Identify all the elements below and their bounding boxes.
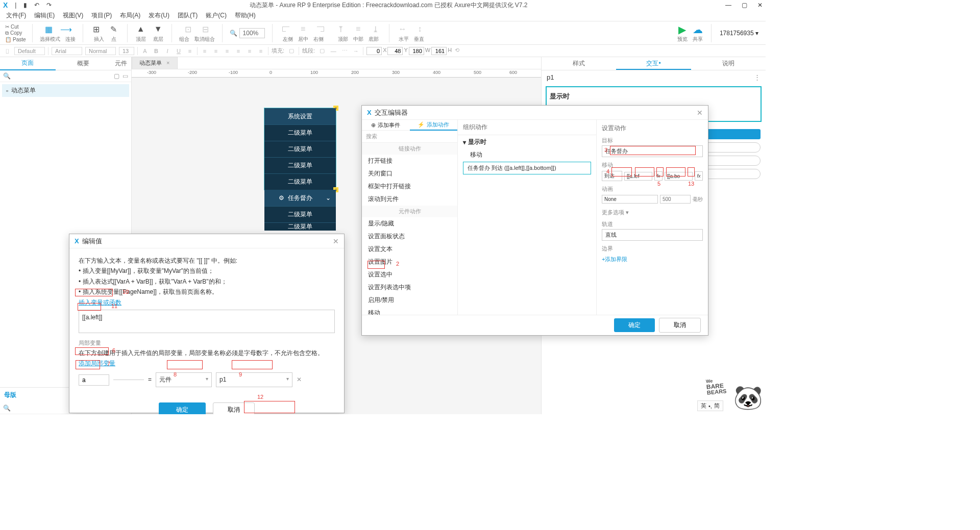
line-swatch[interactable]: ▢ <box>318 47 326 54</box>
tab-libraries[interactable]: 元件 <box>111 57 131 70</box>
paste-button[interactable]: 📋 Paste <box>5 37 26 42</box>
menu-header-1[interactable]: 系统设置 <box>264 108 336 124</box>
menu-publish[interactable]: 发布(U) <box>145 10 173 21</box>
al3-icon[interactable]: ≡ <box>223 48 231 54</box>
add-boundary-link[interactable]: +添加界限 <box>602 256 703 263</box>
line-w-icon[interactable]: — <box>329 48 337 54</box>
redo-icon[interactable]: ↷ <box>46 2 52 9</box>
anim-dropdown[interactable]: None <box>602 195 658 204</box>
zoom-input[interactable]: 100% <box>239 28 265 38</box>
menu-sub[interactable]: 二级菜单 <box>264 141 336 157</box>
menu-view[interactable]: 视图(V) <box>60 10 86 21</box>
tab-close-icon[interactable]: × <box>166 60 169 66</box>
local-var-type-dropdown[interactable]: 元件 <box>156 372 212 387</box>
minimize-icon[interactable]: — <box>725 2 731 9</box>
tree-item-root[interactable]: ▫ 动态菜单 <box>2 84 129 97</box>
insert-var-link[interactable]: 插入变量或函数 <box>79 297 121 308</box>
al1-icon[interactable]: ≡ <box>201 48 209 54</box>
underline-icon[interactable]: U <box>175 48 183 54</box>
page-search-icon[interactable]: 🔍 <box>3 72 11 80</box>
remove-var-icon[interactable]: ✕ <box>297 374 302 385</box>
bullet-icon[interactable]: ≡ <box>186 48 194 54</box>
connect-mode-icon[interactable]: ⟶ <box>60 23 72 35</box>
ev-close-icon[interactable]: ✕ <box>333 237 339 245</box>
save-icon[interactable]: ▮ <box>23 2 27 9</box>
menu-sub[interactable]: 二级菜单 <box>264 206 336 222</box>
ime-mode[interactable]: 英 <box>701 402 706 410</box>
ie-close-icon[interactable]: ✕ <box>697 109 703 117</box>
color-icon[interactable]: A <box>141 48 149 54</box>
cut-button[interactable]: ✂ Cut <box>5 24 26 30</box>
align-left-icon[interactable]: ⫍ <box>280 23 292 35</box>
font-dropdown[interactable]: Arial <box>52 47 82 55</box>
userid-label[interactable]: 1781756935 ▾ <box>720 30 758 37</box>
action-scroll-to[interactable]: 滚动到元件 <box>362 193 457 206</box>
style-dropdown[interactable]: Default <box>14 47 45 55</box>
track-dropdown[interactable]: 直线 <box>602 229 703 241</box>
weight-dropdown[interactable]: Normal <box>85 47 116 55</box>
widget-name[interactable]: p1 <box>547 73 554 81</box>
move-y-input[interactable]: [[a.bo <box>665 172 693 181</box>
canvas-tab[interactable]: 动态菜单 × <box>132 57 178 69</box>
ie-search-input[interactable]: 搜索 <box>362 131 457 143</box>
dist-h-icon[interactable]: ↔ <box>397 23 409 35</box>
format-paint-icon[interactable]: ⌷ <box>3 48 11 54</box>
dist-v-icon[interactable]: ↕ <box>414 23 426 35</box>
action-enable[interactable]: 启用/禁用 <box>362 294 457 307</box>
menu-header-2[interactable]: ⚙ 任务督办 ⌄ <box>264 190 336 206</box>
menu-arrange[interactable]: 布局(A) <box>117 10 143 21</box>
add-page-icon[interactable]: ▢ <box>114 72 119 80</box>
menu-sub[interactable]: 二级菜单 <box>264 157 336 173</box>
top-layer-icon[interactable]: ▲ <box>135 23 147 35</box>
tab-interactions[interactable]: 交互• <box>616 57 691 70</box>
undo-icon[interactable]: ↶ <box>34 2 39 9</box>
al4-icon[interactable]: ≡ <box>234 48 242 54</box>
menu-widget-1[interactable]: ≡ 系统设置 二级菜单 二级菜单 二级菜单 二级菜单 <box>264 108 336 190</box>
menu-sub[interactable]: 二级菜单 <box>264 173 336 190</box>
fill-swatch[interactable]: ▢ <box>287 47 296 54</box>
y-input[interactable] <box>387 47 403 55</box>
al6-icon[interactable]: ≡ <box>257 48 265 54</box>
al2-icon[interactable]: ≡ <box>212 48 220 54</box>
menu-file[interactable]: 文件(F) <box>3 10 29 21</box>
tab-add-action[interactable]: ⚡添加动作 <box>410 120 458 131</box>
ie-cancel-button[interactable]: 取消 <box>659 318 701 333</box>
move-type-dropdown[interactable]: 到达 <box>602 171 622 181</box>
tab-notes[interactable]: 说明 <box>691 57 766 70</box>
preview-icon[interactable]: ▶ <box>678 23 686 36</box>
align-center-icon[interactable]: ≡ <box>297 23 309 35</box>
fx-x-button[interactable]: fx <box>654 171 663 181</box>
action-set-selected[interactable]: 设置选中 <box>362 268 457 281</box>
ev-cancel-button[interactable]: 取消 <box>213 402 255 414</box>
menu-help[interactable]: 帮助(H) <box>232 10 259 21</box>
add-local-var-link[interactable]: 添加局部变量 <box>79 358 115 368</box>
align-bottom-icon[interactable]: ⤓ <box>370 23 382 35</box>
ie-case-row[interactable]: 移动 <box>458 149 596 161</box>
more-icon[interactable]: ⋮ <box>754 73 761 81</box>
fx-y-button[interactable]: fx <box>695 171 703 181</box>
insert-icon[interactable]: ⊞ <box>90 23 103 35</box>
move-x-input[interactable]: [[a.lef <box>624 172 652 181</box>
action-open-link[interactable]: 打开链接 <box>362 155 457 167</box>
search-icon[interactable]: 🔍 <box>230 30 237 37</box>
menu-sub[interactable]: 二级菜单 <box>264 124 336 141</box>
more-options-toggle[interactable]: 更多选项 ▾ <box>602 209 703 216</box>
tab-style[interactable]: 样式 <box>542 57 616 70</box>
w-input[interactable] <box>409 47 424 55</box>
menu-team[interactable]: 团队(T) <box>175 10 201 21</box>
ie-ok-button[interactable]: 确定 <box>614 318 655 332</box>
ev-ok-button[interactable]: 确定 <box>159 402 206 414</box>
point-icon[interactable]: ✎ <box>108 23 120 35</box>
menu-sub[interactable]: 二级菜单 <box>264 222 336 231</box>
align-top-icon[interactable]: ⤒ <box>335 23 347 35</box>
add-folder-icon[interactable]: ▭ <box>122 72 128 80</box>
h-input[interactable] <box>431 47 447 55</box>
ie-event-row[interactable]: ▾ 显示时 <box>458 135 596 149</box>
menu-edit[interactable]: 编辑(E) <box>31 10 58 21</box>
line-s-icon[interactable]: ⋯ <box>340 47 349 54</box>
action-show-hide[interactable]: 显示/隐藏 <box>362 217 457 230</box>
menu-project[interactable]: 项目(P) <box>88 10 115 21</box>
ungroup-icon[interactable]: ⊟ <box>200 23 212 35</box>
size-dropdown[interactable]: 13 <box>119 47 134 55</box>
share-icon[interactable]: ☁ <box>693 23 703 36</box>
